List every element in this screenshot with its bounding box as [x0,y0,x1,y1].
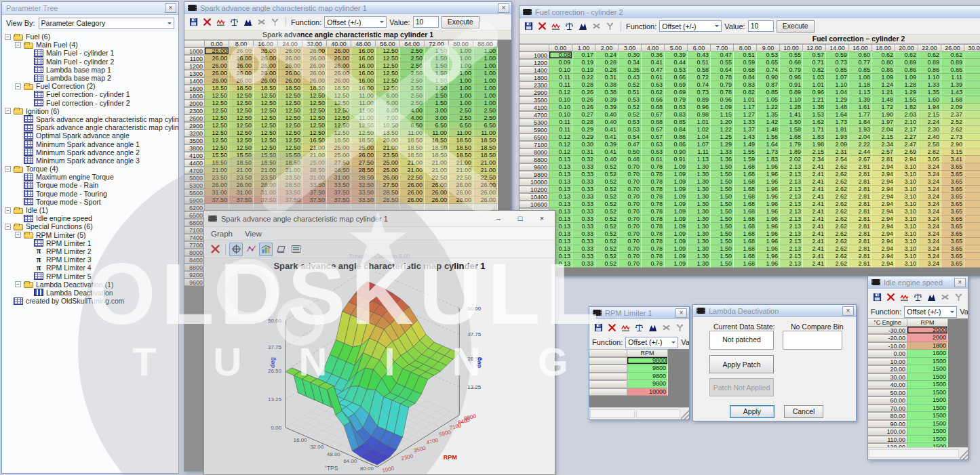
table-cell[interactable]: 1.53 [803,111,826,119]
row-header[interactable]: 8800 [520,156,549,163]
row-header[interactable]: 7100 [520,141,549,148]
table-cell[interactable]: 0.60 [849,51,872,59]
table-cell[interactable]: 0.33 [572,163,595,171]
table-cell[interactable]: 1.35 [757,111,780,119]
table-cell[interactable]: 1.96 [757,238,780,245]
table-cell[interactable]: 0.63 [642,148,665,156]
table-cell[interactable]: 26.00 [205,77,229,85]
table-cell[interactable]: 1.30 [688,238,711,245]
table-cell[interactable]: 12.50 [205,107,229,115]
table-cell[interactable]: 2.62 [826,208,849,215]
table-cell[interactable]: 0.66 [642,96,665,104]
table-cell[interactable]: 12.50 [302,92,327,100]
table-cell[interactable]: 1.96 [757,186,780,193]
table-cell[interactable]: 2.73 [941,133,964,141]
row-header[interactable]: 1000 [184,47,205,55]
table-cell[interactable]: 0.89 [688,96,711,104]
table-cell[interactable]: 1800 [907,342,948,350]
table-cell[interactable]: 12.50 [351,129,376,137]
table-cell[interactable]: 2.04 [872,126,895,133]
table-cell[interactable]: 1.13 [688,156,711,163]
column-header[interactable]: 30.00 [964,44,980,51]
table-cell[interactable]: 27.50 [351,159,376,167]
table-cell[interactable]: 1.21 [872,89,895,96]
table-cell[interactable]: 28.50 [327,167,351,174]
table-cell[interactable] [964,163,980,171]
column-header[interactable]: 26.00 [941,44,964,51]
table-cell[interactable]: 0.91 [780,81,803,89]
table-cell[interactable]: 2.13 [780,260,803,268]
table-cell[interactable]: 0.82 [803,66,826,74]
table-cell[interactable]: 12.50 [254,92,278,100]
table-cell[interactable]: 1.00 [473,55,498,62]
table-cell[interactable]: 0.86 [918,66,941,74]
table-cell[interactable]: 2.02 [780,156,803,163]
table-cell[interactable]: 33.50 [302,182,327,189]
table-cell[interactable]: 0.70 [619,178,642,186]
table-cell[interactable]: 1.68 [734,215,757,223]
table-cell[interactable]: 1.68 [734,171,757,178]
table-cell[interactable]: 26.00 [302,77,327,85]
table-cell[interactable]: 0.70 [619,186,642,193]
table-cell[interactable]: 2.27 [895,133,918,141]
row-header[interactable]: 4400 [184,159,205,167]
table-cell[interactable]: 1.33 [734,119,757,126]
table-cell[interactable]: 0.53 [619,96,642,104]
expander-icon[interactable]: − [15,42,21,48]
table-cell[interactable]: 12.50 [205,100,229,107]
row-header[interactable]: 2600 [184,115,205,122]
tree-item[interactable]: πRPM Limiter 3 [5,255,178,264]
column-header[interactable]: 0.00 [205,40,229,47]
table-cell[interactable]: 3.10 [895,193,918,201]
table-cell[interactable]: 1.48 [826,104,849,111]
function-select[interactable]: Offset (+/-) [324,16,387,28]
table-cell[interactable]: 1.00 [473,70,498,77]
table-cell[interactable]: 0.79 [665,96,688,104]
table-cell[interactable]: 3.65 [941,245,964,253]
column-header[interactable]: 8.00 [734,44,757,51]
table-cell[interactable]: 12.50 [376,77,400,85]
column-header[interactable]: 10.00 [780,44,803,51]
table-cell[interactable] [964,66,980,74]
scales-icon[interactable] [633,322,645,333]
table-cell[interactable]: 1.00 [449,85,473,92]
table-cell[interactable]: 1.09 [665,208,688,215]
table-cell[interactable]: 1.73 [757,148,780,156]
table-cell[interactable]: 0.13 [549,163,572,171]
table-cell[interactable]: 2.31 [826,148,849,156]
table-cell[interactable]: 0.78 [642,201,665,208]
row-header[interactable]: 10.00 [868,358,907,366]
table-cell[interactable]: 0.84 [734,74,757,81]
table-cell[interactable]: 0.70 [619,230,642,238]
table-cell[interactable]: 1.77 [849,111,872,119]
table-cell[interactable]: 0.13 [549,201,572,208]
table-cell[interactable]: 1.21 [803,96,826,104]
tree-item[interactable]: −Lambda Deactivation (1) [5,281,178,289]
table-cell[interactable]: 2.81 [872,156,895,163]
table-cell[interactable]: 33.50 [351,197,376,204]
table-cell[interactable]: 2.81 [849,193,872,201]
column-header[interactable]: 48.00 [351,40,376,47]
table-cell[interactable]: 1.97 [872,119,895,126]
column-header[interactable]: 4.00 [642,44,665,51]
table-cell[interactable]: 12.50 [302,122,327,129]
table-cell[interactable]: 1.00 [449,100,473,107]
table-cell[interactable]: 1.09 [665,253,688,260]
table-cell[interactable]: 0.41 [642,59,665,66]
waveform-icon[interactable] [549,20,562,32]
y-axis-icon[interactable] [269,16,281,28]
table-cell[interactable] [964,119,980,126]
table-cell[interactable]: 0.77 [849,59,872,66]
table-cell[interactable]: 18.50 [400,152,425,159]
table-cell[interactable]: 2.41 [803,238,826,245]
table-cell[interactable]: 1.09 [665,238,688,245]
column-header[interactable]: RPM [907,318,948,327]
table-cell[interactable]: 1.27 [734,111,757,119]
table-cell[interactable]: 1.50 [711,186,734,193]
table-cell[interactable]: 12.50 [376,55,400,62]
table-cell[interactable]: 11.00 [449,129,473,137]
table-cell[interactable]: 3.65 [941,223,964,230]
row-header[interactable]: 110.00 [868,436,907,444]
table-cell[interactable]: 26.00 [254,77,278,85]
table-cell[interactable]: 1.09 [872,74,895,81]
